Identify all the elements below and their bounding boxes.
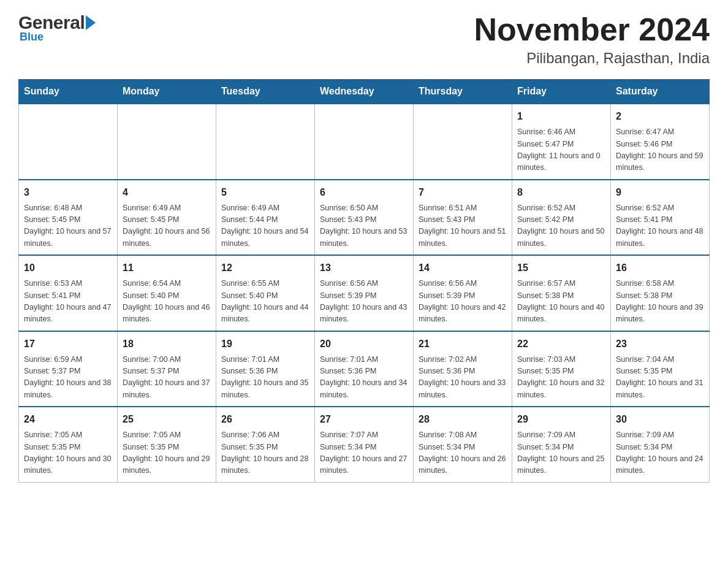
day-number: 14 [419, 261, 507, 275]
day-info: Sunrise: 6:58 AMSunset: 5:38 PMDaylight:… [616, 278, 704, 326]
day-number: 23 [616, 337, 704, 351]
logo-general-text: General [18, 12, 85, 33]
day-info: Sunrise: 6:47 AMSunset: 5:46 PMDaylight:… [616, 126, 704, 174]
day-info: Sunrise: 7:01 AMSunset: 5:36 PMDaylight:… [221, 354, 309, 402]
day-info: Sunrise: 7:01 AMSunset: 5:36 PMDaylight:… [320, 354, 408, 402]
month-title: November 2024 [474, 12, 710, 47]
calendar-cell: 6Sunrise: 6:50 AMSunset: 5:43 PMDaylight… [315, 180, 414, 256]
day-number: 18 [123, 337, 211, 351]
day-info: Sunrise: 6:49 AMSunset: 5:44 PMDaylight:… [221, 202, 309, 250]
day-info: Sunrise: 6:48 AMSunset: 5:45 PMDaylight:… [24, 202, 112, 250]
calendar-cell [315, 104, 414, 180]
day-info: Sunrise: 6:56 AMSunset: 5:39 PMDaylight:… [320, 278, 408, 326]
day-info: Sunrise: 6:51 AMSunset: 5:43 PMDaylight:… [419, 202, 507, 250]
calendar-cell: 12Sunrise: 6:55 AMSunset: 5:40 PMDayligh… [216, 255, 315, 331]
calendar-cell: 2Sunrise: 6:47 AMSunset: 5:46 PMDaylight… [611, 104, 710, 180]
calendar-cell: 25Sunrise: 7:05 AMSunset: 5:35 PMDayligh… [118, 407, 216, 482]
logo-blue-text: Blue [20, 31, 44, 44]
calendar-cell: 28Sunrise: 7:08 AMSunset: 5:34 PMDayligh… [414, 407, 512, 482]
day-info: Sunrise: 7:07 AMSunset: 5:34 PMDaylight:… [320, 429, 408, 477]
calendar-cell: 7Sunrise: 6:51 AMSunset: 5:43 PMDaylight… [414, 180, 512, 256]
calendar-cell: 1Sunrise: 6:46 AMSunset: 5:47 PMDaylight… [512, 104, 611, 180]
calendar-cell: 18Sunrise: 7:00 AMSunset: 5:37 PMDayligh… [118, 331, 216, 407]
day-info: Sunrise: 6:57 AMSunset: 5:38 PMDaylight:… [517, 278, 605, 326]
calendar-cell [19, 104, 118, 180]
location-title: Pilibangan, Rajasthan, India [474, 50, 710, 67]
day-info: Sunrise: 6:52 AMSunset: 5:41 PMDaylight:… [616, 202, 704, 250]
calendar-cell: 21Sunrise: 7:02 AMSunset: 5:36 PMDayligh… [414, 331, 512, 407]
weekday-header-wednesday: Wednesday [315, 80, 414, 104]
day-info: Sunrise: 6:53 AMSunset: 5:41 PMDaylight:… [24, 278, 112, 326]
day-info: Sunrise: 7:05 AMSunset: 5:35 PMDaylight:… [24, 429, 112, 477]
weekday-header-thursday: Thursday [414, 80, 512, 104]
day-info: Sunrise: 6:56 AMSunset: 5:39 PMDaylight:… [419, 278, 507, 326]
calendar-week-3: 10Sunrise: 6:53 AMSunset: 5:41 PMDayligh… [19, 255, 710, 331]
day-info: Sunrise: 6:55 AMSunset: 5:40 PMDaylight:… [221, 278, 309, 326]
day-number: 13 [320, 261, 408, 275]
weekday-header-monday: Monday [118, 80, 216, 104]
calendar-cell [118, 104, 216, 180]
day-number: 4 [123, 185, 211, 200]
day-number: 25 [123, 412, 211, 427]
calendar-cell: 19Sunrise: 7:01 AMSunset: 5:36 PMDayligh… [216, 331, 315, 407]
calendar-cell: 9Sunrise: 6:52 AMSunset: 5:41 PMDaylight… [611, 180, 710, 256]
day-number: 15 [517, 261, 605, 275]
calendar-cell: 30Sunrise: 7:09 AMSunset: 5:34 PMDayligh… [611, 407, 710, 482]
calendar-cell [216, 104, 315, 180]
day-number: 27 [320, 412, 408, 427]
day-number: 17 [24, 337, 112, 351]
weekday-header-tuesday: Tuesday [216, 80, 315, 104]
day-info: Sunrise: 6:59 AMSunset: 5:37 PMDaylight:… [24, 354, 112, 402]
calendar-cell: 24Sunrise: 7:05 AMSunset: 5:35 PMDayligh… [19, 407, 118, 482]
day-number: 24 [24, 412, 112, 427]
day-info: Sunrise: 6:52 AMSunset: 5:42 PMDaylight:… [517, 202, 605, 250]
calendar-table: SundayMondayTuesdayWednesdayThursdayFrid… [18, 79, 710, 483]
calendar-cell: 26Sunrise: 7:06 AMSunset: 5:35 PMDayligh… [216, 407, 315, 482]
weekday-header-row: SundayMondayTuesdayWednesdayThursdayFrid… [19, 80, 710, 104]
logo-arrow-icon [86, 15, 96, 30]
weekday-header-friday: Friday [512, 80, 611, 104]
calendar-cell: 29Sunrise: 7:09 AMSunset: 5:34 PMDayligh… [512, 407, 611, 482]
calendar-week-5: 24Sunrise: 7:05 AMSunset: 5:35 PMDayligh… [19, 407, 710, 482]
day-info: Sunrise: 6:46 AMSunset: 5:47 PMDaylight:… [517, 126, 605, 174]
day-number: 16 [616, 261, 704, 275]
day-info: Sunrise: 7:06 AMSunset: 5:35 PMDaylight:… [221, 429, 309, 477]
calendar-week-2: 3Sunrise: 6:48 AMSunset: 5:45 PMDaylight… [19, 180, 710, 256]
calendar-cell: 27Sunrise: 7:07 AMSunset: 5:34 PMDayligh… [315, 407, 414, 482]
day-number: 9 [616, 185, 704, 200]
logo: General Blue [18, 12, 96, 44]
calendar-cell: 16Sunrise: 6:58 AMSunset: 5:38 PMDayligh… [611, 255, 710, 331]
calendar-cell: 17Sunrise: 6:59 AMSunset: 5:37 PMDayligh… [19, 331, 118, 407]
day-info: Sunrise: 7:09 AMSunset: 5:34 PMDaylight:… [517, 429, 605, 477]
calendar-cell: 8Sunrise: 6:52 AMSunset: 5:42 PMDaylight… [512, 180, 611, 256]
page-header: General Blue November 2024 Pilibangan, R… [18, 12, 710, 67]
weekday-header-saturday: Saturday [611, 80, 710, 104]
day-info: Sunrise: 7:09 AMSunset: 5:34 PMDaylight:… [616, 429, 704, 477]
calendar-cell: 5Sunrise: 6:49 AMSunset: 5:44 PMDaylight… [216, 180, 315, 256]
calendar-cell: 14Sunrise: 6:56 AMSunset: 5:39 PMDayligh… [414, 255, 512, 331]
day-number: 20 [320, 337, 408, 351]
day-number: 7 [419, 185, 507, 200]
day-number: 11 [123, 261, 211, 275]
day-info: Sunrise: 7:03 AMSunset: 5:35 PMDaylight:… [517, 354, 605, 402]
day-info: Sunrise: 6:54 AMSunset: 5:40 PMDaylight:… [123, 278, 211, 326]
day-number: 8 [517, 185, 605, 200]
calendar-cell: 15Sunrise: 6:57 AMSunset: 5:38 PMDayligh… [512, 255, 611, 331]
calendar-cell: 10Sunrise: 6:53 AMSunset: 5:41 PMDayligh… [19, 255, 118, 331]
calendar-cell: 22Sunrise: 7:03 AMSunset: 5:35 PMDayligh… [512, 331, 611, 407]
day-info: Sunrise: 6:50 AMSunset: 5:43 PMDaylight:… [320, 202, 408, 250]
calendar-cell: 11Sunrise: 6:54 AMSunset: 5:40 PMDayligh… [118, 255, 216, 331]
day-info: Sunrise: 7:00 AMSunset: 5:37 PMDaylight:… [123, 354, 211, 402]
calendar-cell: 4Sunrise: 6:49 AMSunset: 5:45 PMDaylight… [118, 180, 216, 256]
day-number: 19 [221, 337, 309, 351]
calendar-cell: 13Sunrise: 6:56 AMSunset: 5:39 PMDayligh… [315, 255, 414, 331]
title-block: November 2024 Pilibangan, Rajasthan, Ind… [474, 12, 710, 67]
day-info: Sunrise: 7:05 AMSunset: 5:35 PMDaylight:… [123, 429, 211, 477]
calendar-week-4: 17Sunrise: 6:59 AMSunset: 5:37 PMDayligh… [19, 331, 710, 407]
day-number: 22 [517, 337, 605, 351]
day-number: 3 [24, 185, 112, 200]
calendar-cell: 23Sunrise: 7:04 AMSunset: 5:35 PMDayligh… [611, 331, 710, 407]
day-number: 26 [221, 412, 309, 427]
calendar-week-1: 1Sunrise: 6:46 AMSunset: 5:47 PMDaylight… [19, 104, 710, 180]
day-number: 2 [616, 109, 704, 124]
